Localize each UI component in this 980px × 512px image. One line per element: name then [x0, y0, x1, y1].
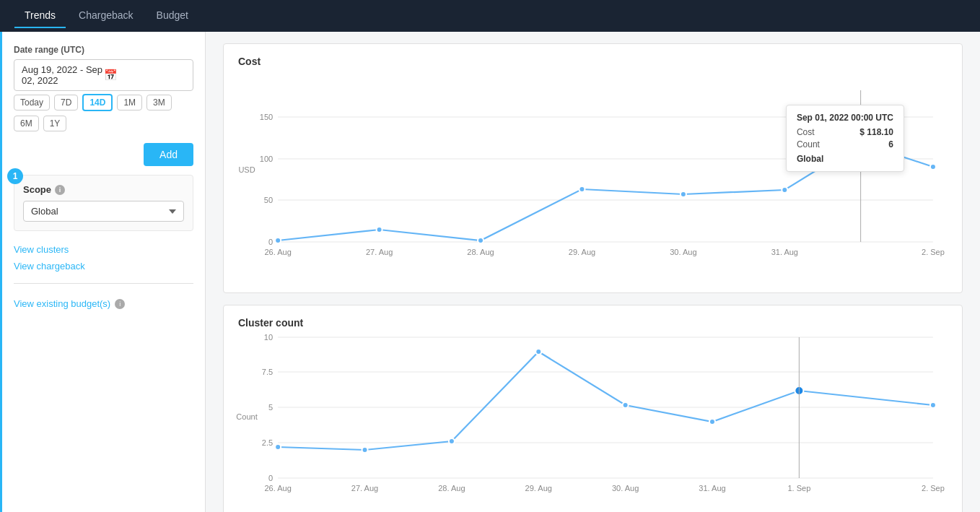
qf-14d[interactable]: 14D	[82, 94, 113, 111]
cluster-chart-container: Count 0 2.5 5 7.5 10 26. Aug	[238, 337, 948, 511]
cost-dot-8	[930, 164, 936, 170]
cost-dot-1	[275, 238, 281, 243]
svg-text:10: 10	[264, 333, 273, 342]
cost-line	[278, 143, 933, 240]
cluster-dot-4	[535, 349, 541, 355]
scope-block: 1 Scope i Global	[14, 175, 193, 231]
cost-dot-3	[478, 238, 484, 243]
budget-link-row: View existing budget(s) i	[14, 298, 193, 309]
date-range-label: Date range (UTC)	[14, 45, 193, 55]
cost-chart-title: Cost	[238, 56, 948, 67]
svg-text:26. Aug: 26. Aug	[264, 484, 291, 493]
info-icon[interactable]: i	[55, 185, 65, 195]
svg-text:28. Aug: 28. Aug	[467, 248, 494, 256]
content-area: Cost USD 0 50 100 150	[206, 32, 980, 512]
qf-3m[interactable]: 3M	[146, 95, 172, 110]
cost-dot-6	[782, 187, 787, 193]
cluster-chart-svg: Count 0 2.5 5 7.5 10 26. Aug	[238, 337, 948, 496]
svg-text:26. Aug: 26. Aug	[264, 248, 291, 256]
scope-select[interactable]: Global	[23, 201, 184, 222]
svg-text:31. Aug: 31. Aug	[771, 248, 798, 256]
svg-text:2. Sep: 2. Sep	[922, 248, 945, 256]
scope-label: Scope	[23, 184, 51, 195]
svg-text:27. Aug: 27. Aug	[351, 484, 378, 493]
nav-tab-trends[interactable]: Trends	[14, 4, 66, 28]
nav-tab-budget[interactable]: Budget	[146, 4, 198, 28]
cluster-dot-8	[930, 402, 936, 408]
svg-text:2.5: 2.5	[262, 438, 273, 447]
budget-info-icon[interactable]: i	[115, 299, 125, 309]
svg-text:2. Sep: 2. Sep	[922, 484, 945, 493]
date-range-input[interactable]: Aug 19, 2022 - Sep 02, 2022 📅	[14, 59, 193, 91]
cluster-dot-5	[623, 402, 629, 408]
date-range-section: Date range (UTC) Aug 19, 2022 - Sep 02, …	[14, 45, 193, 131]
calendar-icon: 📅	[104, 69, 186, 82]
qf-1y[interactable]: 1Y	[43, 116, 67, 131]
svg-text:1. Sep: 1. Sep	[787, 484, 810, 493]
qf-1m[interactable]: 1M	[117, 95, 142, 110]
cluster-dot-2	[362, 447, 368, 453]
quick-filters: Today 7D 14D 1M 3M 6M 1Y	[14, 94, 193, 131]
svg-text:7.5: 7.5	[262, 368, 273, 376]
cost-chart-container: USD 0 50 100 150	[238, 76, 948, 278]
cluster-dot-3	[449, 438, 455, 444]
cluster-dot-6	[709, 419, 715, 425]
cost-dot-2	[377, 227, 382, 233]
svg-text:30. Aug: 30. Aug	[670, 248, 696, 256]
sidebar: Date range (UTC) Aug 19, 2022 - Sep 02, …	[0, 32, 206, 512]
view-clusters-link[interactable]: View clusters	[14, 244, 193, 255]
top-nav: Trends Chargeback Budget	[0, 0, 980, 32]
cost-y-axis-label: USD	[238, 165, 255, 174]
cost-badge-label: 1	[858, 114, 863, 125]
svg-text:31. Aug: 31. Aug	[699, 484, 725, 493]
svg-text:29. Aug: 29. Aug	[569, 248, 595, 256]
scope-badge: 1	[7, 168, 23, 184]
svg-text:0: 0	[268, 474, 273, 482]
links-block: View clusters View chargeback	[14, 244, 193, 272]
svg-text:30. Aug: 30. Aug	[612, 484, 639, 493]
cluster-chart-card: Cluster count Count 0 2.5 5 7.5	[223, 305, 963, 512]
divider	[14, 283, 193, 284]
qf-7d[interactable]: 7D	[54, 95, 78, 110]
main-layout: Date range (UTC) Aug 19, 2022 - Sep 02, …	[0, 32, 980, 512]
cost-dot-4	[579, 186, 585, 192]
svg-text:5: 5	[268, 403, 273, 412]
svg-text:28. Aug: 28. Aug	[438, 484, 465, 493]
svg-text:27. Aug: 27. Aug	[366, 248, 393, 256]
svg-text:150: 150	[260, 113, 273, 121]
cost-chart-svg: USD 0 50 100 150	[238, 76, 948, 264]
date-range-value: Aug 19, 2022 - Sep 02, 2022	[22, 64, 104, 86]
qf-today[interactable]: Today	[14, 95, 50, 110]
cost-dot-5	[681, 191, 686, 197]
svg-text:50: 50	[264, 196, 273, 204]
add-button[interactable]: Add	[144, 143, 193, 166]
view-chargeback-link[interactable]: View chargeback	[14, 261, 193, 272]
qf-6m[interactable]: 6M	[14, 116, 39, 131]
svg-text:29. Aug: 29. Aug	[525, 484, 552, 493]
cluster-dot-1	[275, 444, 281, 450]
cluster-line	[278, 352, 933, 450]
view-budget-link[interactable]: View existing budget(s)	[14, 298, 110, 309]
cluster-chart-title: Cluster count	[238, 317, 948, 329]
cost-chart-card: Cost USD 0 50 100 150	[223, 43, 963, 293]
svg-text:100: 100	[260, 155, 273, 163]
scope-label-row: Scope i	[23, 184, 184, 195]
cluster-y-axis-label: Count	[236, 412, 257, 421]
nav-tab-chargeback[interactable]: Chargeback	[69, 4, 144, 28]
svg-text:0: 0	[268, 238, 273, 246]
